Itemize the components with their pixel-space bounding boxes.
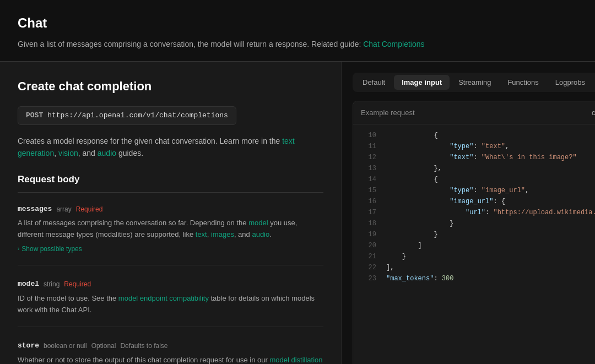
model-link[interactable]: model xyxy=(248,219,268,227)
param-type-store: boolean or null xyxy=(44,341,87,351)
param-optional-store: Optional xyxy=(91,341,116,351)
example-request-block: Example request curl ▾ ⧉ 10 { xyxy=(353,101,595,364)
code-line-21: 21 } xyxy=(353,251,595,262)
show-types-label: Show possible types xyxy=(21,244,82,254)
code-line-19: 19 } xyxy=(353,229,595,240)
code-line-20: 20 ] xyxy=(353,240,595,251)
param-name-messages: messages xyxy=(18,204,52,215)
page-title: Chat xyxy=(18,13,577,33)
main-content: Create chat completion POST https://api.… xyxy=(0,62,595,364)
endpoint-badge: POST https://api.openai.com/v1/chat/comp… xyxy=(18,106,236,125)
code-line-22: 22 ], xyxy=(353,262,595,273)
code-line-11: 11 "type": "text", xyxy=(353,141,595,152)
code-line-17: 17 "url": "https://upload.wikimedia.org/… xyxy=(353,207,595,218)
param-messages-header: messages array Required xyxy=(18,204,323,215)
tab-logprobs[interactable]: Logprobs xyxy=(548,75,593,90)
section-description: Creates a model response for the given c… xyxy=(18,135,323,160)
lang-label: curl xyxy=(592,107,595,118)
param-type-model: string xyxy=(44,279,60,289)
description-text: Given a list of messages comprising a co… xyxy=(18,40,361,48)
param-name-store: store xyxy=(18,340,39,351)
line-num-14: 14 xyxy=(361,175,376,184)
model-distillation-link[interactable]: model distillation xyxy=(269,356,322,364)
param-model: model string Required ID of the model to… xyxy=(18,279,323,327)
page-wrapper: Chat Given a list of messages comprising… xyxy=(0,0,595,364)
tab-streaming[interactable]: Streaming xyxy=(451,75,499,90)
audio-link[interactable]: audio xyxy=(98,149,116,157)
param-desc-store: Whether or not to store the output of th… xyxy=(18,355,323,364)
tab-functions[interactable]: Functions xyxy=(500,75,546,90)
line-num-11: 11 xyxy=(361,142,376,151)
line-num-20: 20 xyxy=(361,241,376,251)
param-default-store: Defaults to false xyxy=(120,341,167,351)
tab-image-input[interactable]: Image input xyxy=(394,75,450,90)
page-description: Given a list of messages comprising a co… xyxy=(18,39,577,50)
section-title: Create chat completion xyxy=(18,77,323,95)
tab-default[interactable]: Default xyxy=(355,75,393,90)
code-line-15: 15 "type": "image_url", xyxy=(353,185,595,196)
right-panel: Default Image input Streaming Functions … xyxy=(342,62,595,364)
chat-completions-link[interactable]: Chat Completions xyxy=(363,40,424,48)
param-required-model: Required xyxy=(64,279,91,289)
line-num-22: 22 xyxy=(361,263,376,273)
line-num-21: 21 xyxy=(361,252,376,262)
example-request-label: Example request xyxy=(361,107,415,118)
code-block-actions: curl ▾ ⧉ xyxy=(592,107,595,118)
code-line-23: 23 "max_tokens": 300 xyxy=(353,273,595,284)
show-types-messages[interactable]: › Show possible types xyxy=(18,244,82,254)
vision-link[interactable]: vision xyxy=(58,149,78,157)
param-desc-messages: A list of messages comprising the conver… xyxy=(18,218,323,241)
line-num-16: 16 xyxy=(361,197,376,207)
param-store-header: store boolean or null Optional Defaults … xyxy=(18,340,323,351)
code-line-10: 10 { xyxy=(353,130,595,141)
line-num-17: 17 xyxy=(361,208,376,218)
line-num-23: 23 xyxy=(361,274,376,284)
code-line-12: 12 "text": "What\'s in this image?" xyxy=(353,152,595,163)
code-content: 10 { 11 "type": "text", 12 "text": "What… xyxy=(353,124,595,284)
line-num-15: 15 xyxy=(361,186,376,195)
tabs-row: Default Image input Streaming Functions … xyxy=(353,73,595,92)
left-panel: Create chat completion POST https://api.… xyxy=(0,62,342,364)
line-num-10: 10 xyxy=(361,131,376,140)
line-num-18: 18 xyxy=(361,219,376,229)
code-line-13: 13 }, xyxy=(353,163,595,174)
lang-selector[interactable]: curl ▾ xyxy=(592,107,595,118)
endpoint-url: https://api.openai.com/v1/chat/completio… xyxy=(47,110,228,121)
chevron-icon: › xyxy=(18,245,19,253)
param-desc-model: ID of the model to use. See the model en… xyxy=(18,293,323,316)
param-messages: messages array Required A list of messag… xyxy=(18,204,323,266)
model-endpoint-link[interactable]: model endpoint compatibility xyxy=(118,294,209,302)
code-line-16: 16 "image_url": { xyxy=(353,196,595,207)
line-num-12: 12 xyxy=(361,153,376,162)
param-store: store boolean or null Optional Defaults … xyxy=(18,340,323,364)
header-section: Chat Given a list of messages comprising… xyxy=(0,0,595,62)
code-block-header: Example request curl ▾ ⧉ xyxy=(353,101,595,124)
code-line-14: 14 { xyxy=(353,174,595,185)
param-name-model: model xyxy=(18,279,39,290)
param-type-messages: array xyxy=(56,204,71,214)
param-required-messages: Required xyxy=(76,204,103,214)
text-link[interactable]: text xyxy=(196,230,207,238)
line-num-19: 19 xyxy=(361,230,376,240)
code-line-18: 18 } xyxy=(353,218,595,229)
param-model-header: model string Required xyxy=(18,279,323,290)
http-method: POST xyxy=(26,110,43,121)
images-link[interactable]: images xyxy=(211,230,234,238)
request-body-title: Request body xyxy=(18,172,323,193)
audio-link-2[interactable]: audio xyxy=(252,230,269,238)
line-num-13: 13 xyxy=(361,164,376,173)
